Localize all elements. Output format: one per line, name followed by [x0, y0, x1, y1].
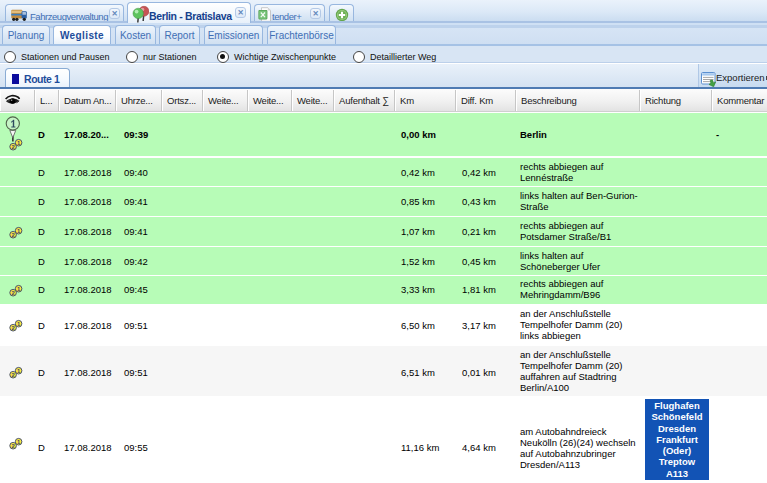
- svg-text:2: 2: [11, 144, 14, 150]
- svg-text:2: 2: [11, 325, 14, 331]
- svg-text:2: 2: [11, 232, 14, 238]
- svg-text:2: 2: [11, 372, 14, 378]
- svg-text:2: 2: [11, 443, 14, 449]
- svg-text:2: 2: [11, 290, 14, 296]
